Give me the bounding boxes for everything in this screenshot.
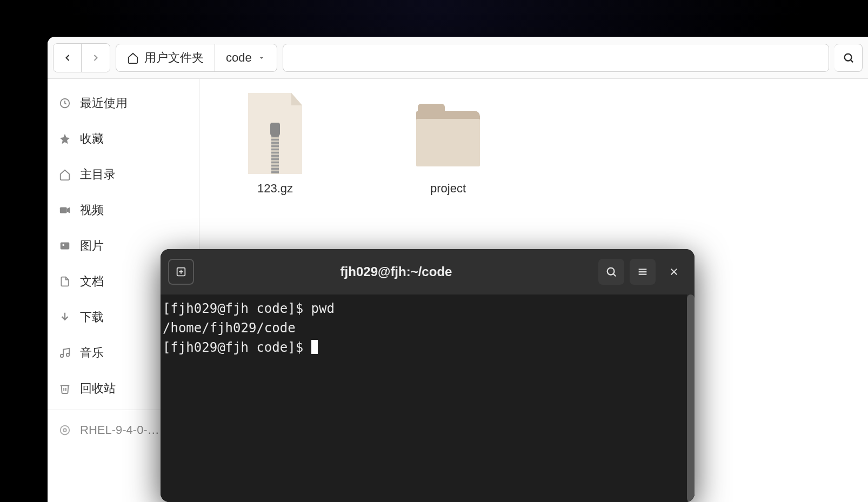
terminal-body[interactable]: [fjh029@fjh code]$ pwd /home/fjh029/code… (161, 294, 695, 502)
sidebar-item-label: RHEL-9-4-0-… (80, 423, 159, 437)
chevron-right-icon (90, 52, 101, 63)
triangle-down-icon (257, 53, 266, 62)
svg-point-10 (61, 426, 70, 435)
video-icon (58, 204, 71, 217)
svg-point-15 (607, 268, 615, 275)
path-home-label: 用户文件夹 (144, 50, 204, 66)
folder-icon (416, 98, 480, 174)
home-icon (127, 52, 139, 64)
sidebar-item-label: 文档 (80, 273, 104, 290)
path-current-label: code (226, 51, 252, 65)
sidebar-item-starred[interactable]: 收藏 (48, 121, 199, 157)
music-icon (58, 346, 71, 359)
path-segment-home[interactable]: 用户文件夹 (116, 44, 215, 71)
terminal-search-button[interactable] (598, 259, 624, 285)
hamburger-icon (637, 266, 649, 278)
svg-point-6 (62, 244, 64, 246)
sidebar-item-label: 回收站 (80, 380, 116, 397)
terminal-line: /home/fjh029/code (163, 320, 296, 336)
svg-point-11 (63, 429, 66, 432)
file-name-label: project (430, 182, 466, 196)
sidebar-item-videos[interactable]: 视频 (48, 192, 199, 228)
document-icon (58, 275, 71, 288)
path-segment-current[interactable]: code (215, 44, 277, 71)
sidebar-item-recent[interactable]: 最近使用 (48, 85, 199, 121)
sidebar-item-label: 视频 (80, 202, 104, 218)
sidebar-item-label: 音乐 (80, 345, 104, 361)
svg-point-0 (844, 53, 851, 61)
svg-marker-4 (67, 208, 70, 213)
terminal-window: fjh029@fjh:~/code [fjh029@fjh code]$ pwd… (161, 249, 695, 502)
trash-icon (58, 382, 71, 395)
terminal-line: [fjh029@fjh code]$ pwd (163, 301, 335, 316)
svg-line-16 (613, 274, 616, 276)
back-button[interactable] (54, 44, 82, 72)
terminal-scrollbar[interactable] (687, 294, 695, 502)
new-tab-icon (175, 266, 187, 278)
download-icon (58, 311, 71, 324)
search-icon (843, 52, 854, 64)
address-bar[interactable] (283, 44, 829, 72)
star-icon (58, 132, 71, 145)
search-button[interactable] (834, 44, 863, 72)
sidebar-item-label: 主目录 (80, 166, 116, 183)
file-manager-toolbar: 用户文件夹 code (48, 37, 868, 79)
sidebar-item-home[interactable]: 主目录 (48, 157, 199, 192)
clock-icon (58, 97, 71, 110)
sidebar-item-label: 收藏 (80, 131, 104, 147)
chevron-left-icon (62, 52, 73, 63)
svg-rect-5 (61, 243, 70, 250)
image-icon (58, 239, 71, 252)
disc-icon (58, 424, 71, 437)
terminal-close-button[interactable] (661, 259, 687, 285)
file-name-label: 123.gz (257, 182, 293, 196)
file-item-folder[interactable]: project (394, 93, 502, 196)
file-item-archive[interactable]: 123.gz (221, 93, 329, 196)
sidebar-item-label: 下载 (80, 309, 104, 325)
home-icon (58, 168, 71, 181)
terminal-line: [fjh029@fjh code]$ (163, 340, 311, 355)
path-bar: 用户文件夹 code (116, 44, 277, 72)
svg-line-1 (851, 60, 853, 62)
forward-button[interactable] (82, 44, 110, 72)
new-tab-button[interactable] (168, 259, 194, 285)
terminal-title: fjh029@fjh:~/code (199, 264, 593, 279)
sidebar-item-label: 最近使用 (80, 95, 128, 111)
nav-buttons-group (53, 43, 110, 72)
sidebar-item-label: 图片 (80, 238, 104, 254)
search-icon (605, 266, 617, 278)
terminal-header: fjh029@fjh:~/code (161, 249, 695, 294)
terminal-menu-button[interactable] (630, 259, 656, 285)
archive-file-icon (248, 93, 302, 174)
svg-rect-3 (60, 208, 67, 213)
terminal-cursor (311, 340, 318, 354)
close-icon (669, 267, 679, 277)
